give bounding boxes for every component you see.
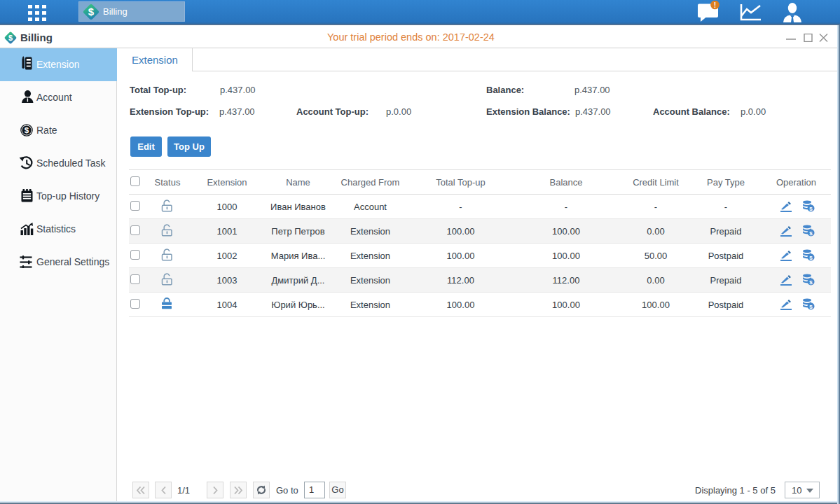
svg-text:$: $ (809, 279, 813, 286)
svg-text:!: ! (714, 1, 716, 9)
svg-text:$: $ (809, 255, 813, 261)
svg-text:$: $ (809, 304, 813, 310)
svg-text:$: $ (25, 126, 29, 134)
svg-text:$: $ (809, 230, 813, 237)
svg-text:$: $ (809, 206, 813, 212)
svg-text:$: $ (88, 6, 95, 18)
svg-text:$: $ (8, 34, 13, 42)
